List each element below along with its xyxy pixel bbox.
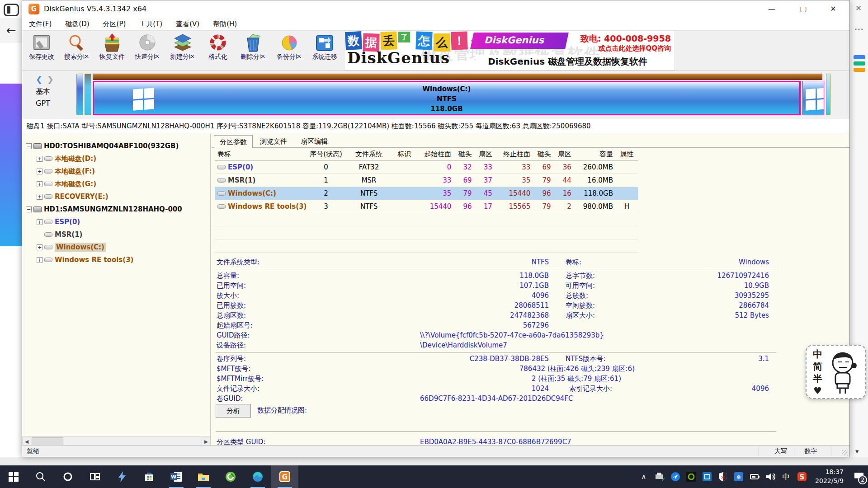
disk-next-icon[interactable]: ❯ [47, 75, 54, 84]
browser-more-icon[interactable]: ⋯ [854, 23, 863, 34]
table-row-windows-c[interactable]: Windows(C:) 2NTFS 35 7945 1544096 16118.… [215, 187, 638, 200]
disk-prev-icon[interactable]: ❮ [36, 75, 42, 84]
new-partition-button[interactable]: 新建分区 [165, 33, 200, 70]
taskbar-clock[interactable]: 18:37 2022/5/9 [815, 468, 844, 485]
browser-back-icon[interactable]: ← [6, 23, 16, 37]
nvidia-tray-icon[interactable] [686, 472, 696, 482]
partition-name: Windows(C:) [94, 84, 799, 94]
scroll-left-icon[interactable]: ◀ [22, 437, 31, 446]
expand-icon[interactable]: + [37, 156, 42, 162]
security-shield-tray-icon[interactable]: ✕ [718, 472, 728, 482]
backup-partition-button[interactable]: 备份分区 [272, 33, 307, 70]
task-view-button[interactable] [81, 465, 108, 488]
expand-icon[interactable]: + [37, 257, 42, 263]
menu-partition[interactable]: 分区(P) [96, 18, 133, 30]
table-row-msr[interactable]: MSR(1) 1MSR 33 6937 3579 4416.0MB [215, 174, 638, 187]
tab-partition-params[interactable]: 分区参数 [214, 135, 253, 148]
ime-halfwidth-char[interactable]: 半 [813, 373, 822, 385]
partition-fs: NTFS [94, 94, 799, 104]
status-text: 就绪 [27, 447, 39, 455]
minimize-button[interactable]: — [757, 0, 786, 18]
esp-partition-block[interactable] [76, 74, 83, 115]
action-center-button[interactable]: 2 [850, 465, 868, 488]
tree-item-windows-re[interactable]: +Windows RE tools(3) [22, 253, 133, 266]
menu-disk[interactable]: 磁盘(D) [58, 18, 96, 30]
table-row-windows-re[interactable]: Windows RE tools(3) 3NTFS 15440 9617 155… [215, 200, 638, 213]
close-button[interactable]: ✕ [819, 0, 848, 18]
expand-icon[interactable]: + [37, 169, 42, 174]
taskbar-app-diskgenius[interactable]: G [271, 465, 298, 488]
taskbar-app-360browser[interactable] [217, 465, 244, 488]
quick-partition-button[interactable]: 快速分区 [130, 33, 165, 70]
search-partition-button[interactable]: 搜索分区 [59, 33, 94, 70]
printer-tray-icon[interactable]: ✓ [655, 472, 665, 482]
tree-item-hd0[interactable]: −HD0:TOSHIBAMQ04ABF100(932GB) [22, 140, 179, 152]
sogou-tray-icon[interactable]: S [797, 472, 807, 482]
taskbar-app-edge[interactable] [244, 465, 271, 488]
tree-item-esp[interactable]: +ESP(0) [22, 216, 80, 228]
expand-icon[interactable]: + [37, 181, 42, 187]
ime-heart-icon[interactable]: ♥ [813, 385, 822, 397]
divider [831, 446, 831, 455]
tray-chevron-icon[interactable]: ∧ [639, 472, 649, 482]
taskbar-search-button[interactable] [27, 465, 54, 488]
analyze-button[interactable]: 分析 [216, 404, 251, 418]
delete-partition-button[interactable]: 删除分区 [236, 33, 271, 70]
tree-item-local-d[interactable]: +本地磁盘(D:) [22, 152, 96, 165]
taskbar-app-store[interactable] [136, 465, 163, 488]
intel-graphics-tray-icon[interactable] [702, 472, 712, 482]
collapse-icon[interactable]: − [26, 206, 32, 212]
windows-c-partition-block[interactable]: Windows(C:) NTFS 118.0GB [93, 81, 801, 115]
maximize-button[interactable]: ▢ [789, 0, 818, 18]
scrollbar-thumb[interactable] [32, 437, 63, 446]
tree-item-recovery-e[interactable]: +RECOVERY(E:) [22, 190, 108, 203]
expand-icon[interactable]: + [37, 219, 42, 225]
background-caret-icon: ▾ [855, 447, 859, 455]
start-button[interactable] [0, 465, 27, 488]
taskbar-app-flash[interactable] [108, 465, 136, 488]
recover-files-button[interactable]: 恢复文件 [94, 33, 130, 70]
tab-sector-edit[interactable]: 扇区编辑 [295, 135, 333, 148]
menu-file[interactable]: 文件(F) [22, 18, 58, 30]
tree-item-msr[interactable]: MSR(1) [22, 228, 82, 241]
save-changes-button[interactable]: 保存更改 [24, 33, 59, 70]
collapse-icon[interactable]: − [26, 143, 32, 149]
tree-item-hd1[interactable]: −HD1:SAMSUNGMZNLN128HAHQ-000 [22, 203, 182, 216]
expand-icon[interactable]: + [37, 244, 42, 250]
snowflake-tray-icon[interactable]: ❄ [734, 472, 744, 482]
tree-item-windows-c[interactable]: +Windows(C:) [22, 241, 106, 253]
taskbar-app-word[interactable]: W [163, 465, 190, 488]
ime-mode-indicator[interactable]: 中 [781, 472, 791, 482]
sogou-ime-widget[interactable]: 中 简 半 ♥ [806, 345, 866, 399]
svg-text:W: W [171, 474, 176, 480]
tree-horizontal-scrollbar[interactable]: ◀ ▶ [22, 436, 211, 446]
cortana-button[interactable] [54, 465, 81, 488]
menu-help[interactable]: 帮助(H) [206, 18, 244, 30]
system-migration-button[interactable]: 系统迁移 [307, 33, 342, 70]
promo-banner[interactable]: 磁盘管理及数据恢复软件 数 据 丢 了 怎 么 ！ DiskGenius Dis… [344, 30, 675, 70]
title-bar[interactable]: G DiskGenius V5.4.3.1342 x64 — ▢ ✕ [22, 0, 849, 18]
ime-simplified-char[interactable]: 简 [813, 361, 822, 373]
disk-partition-table-type: GPT [36, 99, 50, 108]
taskbar-app-explorer[interactable] [190, 465, 217, 488]
allocation-map-label: 数据分配情况图: [257, 406, 307, 415]
tree-item-local-g[interactable]: +本地磁盘(G:) [22, 178, 96, 190]
messenger-tray-icon[interactable] [670, 472, 680, 482]
expand-icon[interactable]: + [37, 194, 42, 200]
scroll-right-icon[interactable]: ▶ [202, 437, 211, 446]
ime-mode-char[interactable]: 中 [813, 348, 822, 361]
msr-partition-block[interactable] [85, 74, 91, 115]
banner-qq-link[interactable]: 或点击此处选择QQ咨询 [598, 44, 671, 53]
tab-browse-files[interactable]: 浏览文件 [255, 135, 292, 148]
format-button[interactable]: 格式化 [200, 33, 236, 70]
tree-item-local-f[interactable]: +本地磁盘(F:) [22, 165, 95, 178]
volume-tray-icon[interactable] [765, 472, 775, 482]
table-row-esp[interactable]: ESP(0) 0FAT32 0 3233 3369 36260.0MB [215, 161, 638, 174]
menu-tools[interactable]: 工具(T) [132, 18, 169, 30]
background-close-icon[interactable]: ✕ [855, 4, 862, 13]
windows-re-partition-block[interactable] [802, 81, 824, 115]
power-tray-icon[interactable] [750, 472, 760, 482]
partition-tree: −HD0:TOSHIBAMQ04ABF100(932GB) +本地磁盘(D:) … [22, 133, 211, 446]
menu-view[interactable]: 查看(V) [169, 18, 206, 30]
resize-grip[interactable] [842, 450, 848, 455]
